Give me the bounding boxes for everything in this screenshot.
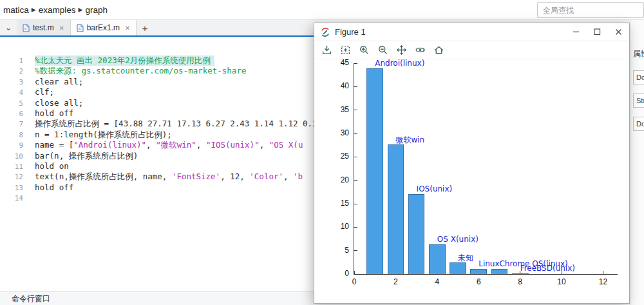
line-number: 1 [0,55,23,66]
plot-area[interactable]: 051015202530354045024681012Androi(linux)… [354,63,618,275]
figure-window-title: Figure 1 [335,27,565,37]
search-input[interactable] [538,6,643,15]
top-bar: matica▶examples▶graph [0,0,644,20]
x-tick-label: 4 [426,277,448,286]
properties-panel: 属性 DouStriDou [630,20,644,305]
y-tick-label: 45 [330,58,349,67]
zoom-out-icon [377,44,388,55]
rotate-3d-button[interactable] [413,43,428,57]
y-tick-label: 5 [330,246,349,255]
bar-label: Androi(linux) [375,59,424,68]
global-search-box[interactable] [537,2,644,18]
y-tick-mark [354,227,357,228]
line-number: 13 [0,182,23,193]
tab-close-icon[interactable]: ✕ [125,25,130,32]
line-number: 5 [0,98,23,108]
y-tick-label: 20 [330,175,349,184]
minimize-button[interactable] [565,23,587,41]
line-content: bar(n, 操作系统所占比例) [35,151,138,161]
line-number: 10 [0,151,23,161]
line-content: hold off [35,182,73,193]
y-tick-label: 40 [330,81,349,90]
tab-strip: test.m✕barEx1.m✕ [17,20,137,35]
bar [470,269,487,274]
properties-panel-title: 属性 [633,48,644,59]
new-tab-button[interactable]: + [137,20,153,35]
pan-button[interactable] [394,43,409,57]
line-content: hold on [35,161,69,172]
bar-label: OS X(unix) [437,235,478,244]
line-number: 8 [0,130,23,140]
x-tick-mark [603,271,603,274]
home-button[interactable] [431,43,446,57]
y-tick-label: 35 [330,105,349,114]
figure-window: Figure 1 [314,23,630,304]
baltamatica-logo-icon [320,27,330,37]
y-tick-mark [354,274,357,275]
line-content: n = 1:length(操作系统所占比例); [35,130,172,140]
tab-label: test.m [33,23,54,32]
bar-label: 微软win [395,135,424,146]
x-tick-label: 10 [551,277,573,286]
figure-canvas: 051015202530354045024681012Androi(linux)… [314,59,629,303]
zoom-in-button[interactable] [357,43,372,57]
y-tick-label: 10 [330,222,349,231]
bar [512,273,529,274]
y-tick-mark [354,133,357,134]
line-number: 3 [0,77,23,87]
bar-label: Linux [478,259,499,268]
line-content: hold off [35,108,73,119]
x-tick-label: 6 [468,277,489,286]
line-number: 7 [0,119,23,129]
breadcrumb-item-examples[interactable]: examples [39,5,76,15]
breadcrumb: matica▶examples▶graph [0,5,109,15]
y-tick-mark [354,250,357,251]
bar [450,262,466,274]
home-icon [433,44,444,55]
property-field[interactable]: Stri [633,93,644,108]
zoom-in-icon [359,44,370,55]
tab-barEx1.m[interactable]: barEx1.m✕ [71,20,137,35]
breadcrumb-item-graph[interactable]: graph [85,5,108,15]
maximize-button[interactable] [587,23,608,41]
export-button[interactable] [319,43,334,57]
bar-label: FreeBSD(unix) [520,264,575,273]
line-content: %数据来源: gs.statcounter.com/os-market-shar… [35,66,246,76]
export-icon [321,44,332,55]
y-tick-label: 15 [330,199,349,208]
figure-toolbar [314,41,629,59]
breadcrumb-separator-icon: ▶ [32,6,36,13]
line-content: text(n,操作系统所占比例, name, 'FontSize', 12, '… [35,172,303,182]
line-content: clf; [35,87,54,97]
figure-title-bar[interactable]: Figure 1 [314,23,629,41]
close-button[interactable] [608,23,629,41]
y-tick-mark [354,63,357,64]
app-window: matica▶examples▶graph ⌄ test.m✕barEx1.m✕… [0,0,644,305]
tab-test.m[interactable]: test.m✕ [17,20,71,35]
line-content: close all; [35,98,83,108]
fit-view-button[interactable] [338,43,353,57]
x-tick-mark [354,271,355,274]
zoom-out-button[interactable] [375,43,390,57]
command-window-label: 命令行窗口 [12,293,50,304]
property-field[interactable]: Dou [633,70,644,84]
breadcrumb-item-matica[interactable]: matica [3,5,29,15]
line-content: %北太天元 画出 2023年2月份操作系统使用比例 [35,55,214,66]
bar-label: 未知 [458,253,473,264]
y-tick-label: 30 [330,128,349,137]
breadcrumb-separator-icon: ▶ [78,6,82,13]
line-number: 2 [0,66,23,76]
line-number: 9 [0,140,23,150]
line-number: 6 [0,108,23,119]
line-number: 14 [0,193,23,203]
x-tick-label: 2 [384,277,406,286]
x-tick-label: 0 [343,277,365,286]
tab-list-dropdown-icon[interactable]: ⌄ [0,20,17,35]
bar [388,144,404,274]
tab-close-icon[interactable]: ✕ [59,25,64,32]
property-field[interactable]: Dou [633,117,644,131]
m-file-icon [23,24,30,32]
y-tick-mark [354,180,357,181]
y-tick-mark [354,157,357,157]
y-tick-mark [354,110,357,110]
